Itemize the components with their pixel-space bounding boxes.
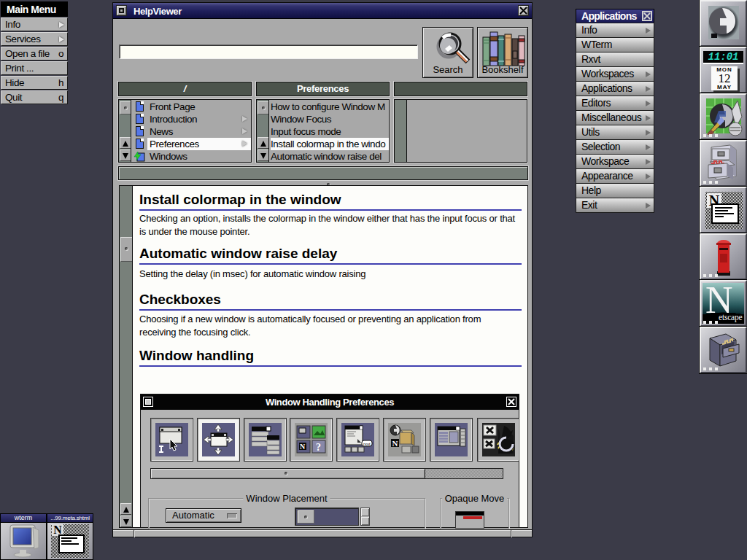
svg-text:N: N	[300, 443, 306, 451]
svg-text:N: N	[392, 439, 398, 448]
svg-text:rxvt: rxvt	[363, 442, 371, 446]
svg-text:?: ?	[316, 442, 321, 453]
